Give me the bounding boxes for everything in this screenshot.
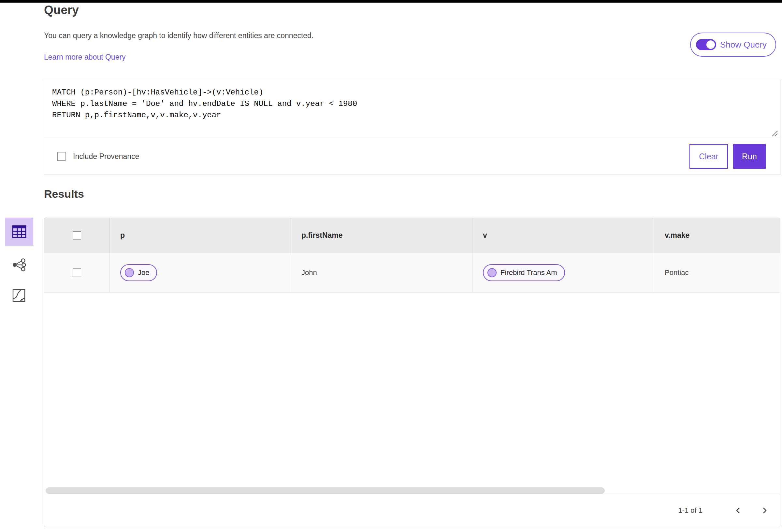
entity-pill-person[interactable]: Joe — [120, 264, 157, 281]
show-query-toggle[interactable]: Show Query — [690, 33, 776, 57]
sidebar-item-table-view[interactable] — [5, 218, 33, 246]
previous-page-button[interactable] — [731, 503, 746, 518]
clear-button[interactable]: Clear — [689, 144, 728, 169]
cell-v-make: Pontiac — [654, 253, 780, 292]
column-header-v-make: v.make — [654, 218, 780, 253]
results-panel: p p.firstName v v.make Joe John Firebird… — [44, 218, 780, 527]
entity-pill-vehicle[interactable]: Firebird Trans Am — [483, 264, 565, 281]
cell-p: Joe — [109, 253, 291, 292]
cell-v: Firebird Trans Am — [472, 253, 654, 292]
column-header-p-firstname: p.firstName — [291, 218, 472, 253]
show-query-label: Show Query — [720, 40, 767, 50]
column-header-p: p — [109, 218, 291, 253]
resize-grip-icon[interactable] — [770, 129, 778, 137]
horizontal-scrollbar[interactable] — [46, 487, 605, 494]
sidebar-item-link-chart-view[interactable] — [11, 257, 27, 273]
column-header-v: v — [472, 218, 654, 253]
entity-node-icon — [125, 268, 134, 277]
include-provenance-option[interactable]: Include Provenance — [57, 152, 139, 161]
results-heading: Results — [44, 188, 84, 200]
row-checkbox-cell — [44, 253, 109, 292]
header-checkbox-cell — [44, 218, 109, 253]
top-border — [0, 0, 782, 3]
table-icon — [11, 224, 27, 240]
toggle-knob — [706, 40, 715, 49]
include-provenance-checkbox[interactable] — [57, 152, 66, 161]
learn-more-link[interactable]: Learn more about Query — [44, 53, 126, 62]
table-header-row: p p.firstName v v.make — [44, 218, 780, 253]
entity-pill-label: Joe — [138, 269, 149, 277]
map-icon — [12, 288, 26, 303]
page-description: You can query a knowledge graph to ident… — [44, 31, 314, 40]
run-button[interactable]: Run — [733, 144, 766, 169]
cell-p-firstname: John — [291, 253, 472, 292]
sidebar-item-map-view[interactable] — [11, 287, 27, 304]
pagination-range: 1-1 of 1 — [678, 506, 703, 515]
entity-node-icon — [488, 268, 497, 277]
pagination-footer: 1-1 of 1 — [44, 494, 780, 527]
table-row: Joe John Firebird Trans Am Pontiac — [44, 253, 780, 292]
query-editor-footer: Include Provenance Clear Run — [44, 138, 780, 175]
chevron-left-icon — [735, 507, 742, 514]
query-buttons: Clear Run — [689, 144, 766, 169]
query-textarea[interactable]: MATCH (p:Person)-[hv:HasVehicle]->(v:Veh… — [44, 80, 780, 138]
include-provenance-label: Include Provenance — [73, 152, 139, 161]
page-title: Query — [44, 3, 79, 17]
row-checkbox[interactable] — [73, 269, 81, 277]
link-chart-icon — [11, 257, 26, 272]
chevron-right-icon — [761, 507, 768, 514]
query-page: Query You can query a knowledge graph to… — [0, 0, 782, 532]
next-page-button[interactable] — [757, 503, 772, 518]
select-all-checkbox[interactable] — [73, 231, 81, 240]
query-editor: MATCH (p:Person)-[hv:HasVehicle]->(v:Veh… — [44, 80, 780, 175]
toggle-switch-icon[interactable] — [696, 39, 716, 50]
entity-pill-label: Firebird Trans Am — [500, 269, 557, 277]
